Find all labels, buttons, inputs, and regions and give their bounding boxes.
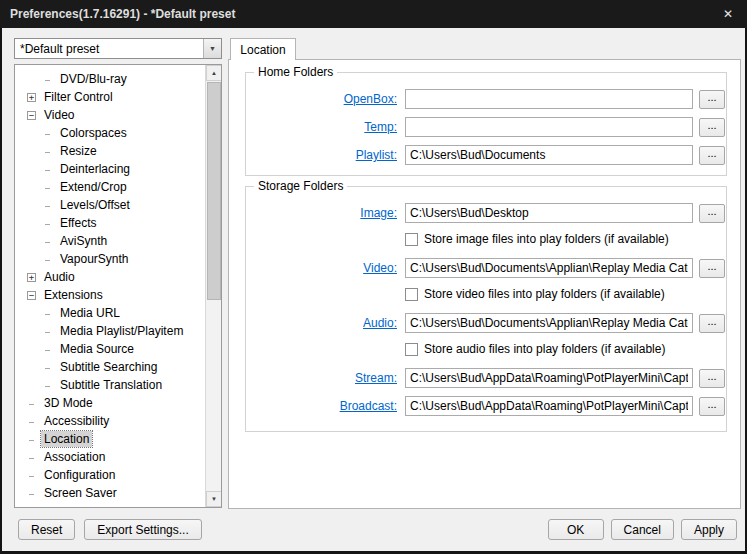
cancel-button[interactable]: Cancel <box>611 519 674 540</box>
folder-label-link[interactable]: Playlist: <box>252 148 397 162</box>
tree-expander-icon[interactable] <box>27 489 36 498</box>
folder-path-input[interactable] <box>405 258 693 278</box>
tree-item[interactable]: AviSynth <box>15 232 205 250</box>
tree-item[interactable]: DVD/Blu-ray <box>15 70 205 88</box>
title-bar[interactable]: Preferences(1.7.16291) - *Default preset… <box>0 0 747 28</box>
tree-expander-icon[interactable] <box>27 417 36 426</box>
close-button[interactable]: ✕ <box>719 6 737 22</box>
folder-path-input[interactable] <box>405 145 693 165</box>
reset-button[interactable]: Reset <box>18 519 75 540</box>
folder-label-link[interactable]: Image: <box>252 206 397 220</box>
folder-label-link[interactable]: Broadcast: <box>252 399 397 413</box>
settings-tree: DVD/Blu-ray + Filter Control − Video Col… <box>14 64 222 508</box>
tree-item[interactable]: Media URL <box>15 304 205 322</box>
browse-button[interactable]: ... <box>699 259 725 278</box>
folder-label-link[interactable]: Temp: <box>252 120 397 134</box>
tree-item[interactable]: Extend/Crop <box>15 178 205 196</box>
tree-item-label: Resize <box>57 143 100 159</box>
folder-path-input[interactable] <box>405 396 693 416</box>
folder-path-input[interactable] <box>405 203 693 223</box>
tree-item[interactable]: Effects <box>15 214 205 232</box>
tree-expander-icon[interactable] <box>43 309 52 318</box>
browse-button[interactable]: ... <box>699 118 725 137</box>
preset-dropdown[interactable]: *Default preset ▼ <box>14 38 222 59</box>
scrollbar-thumb[interactable] <box>207 82 221 300</box>
browse-button[interactable]: ... <box>699 90 725 109</box>
store-checkbox-row[interactable]: Store video files into play folders (if … <box>405 286 726 302</box>
tree-expander-icon[interactable] <box>43 381 52 390</box>
tree-item[interactable]: Configuration <box>15 466 205 484</box>
ok-button[interactable]: OK <box>548 519 604 540</box>
folder-label-link[interactable]: Audio: <box>252 316 397 330</box>
tree-expander-icon[interactable] <box>43 129 52 138</box>
checkbox-label: Store audio files into play folders (if … <box>424 342 665 356</box>
tree-item[interactable]: Deinterlacing <box>15 160 205 178</box>
tree-item[interactable]: + Audio <box>15 268 205 286</box>
tree-expander-icon[interactable]: + <box>27 273 36 282</box>
checkbox-icon[interactable] <box>405 233 418 246</box>
tree-expander-icon[interactable] <box>27 453 36 462</box>
tree-item[interactable]: Media Playlist/Playitem <box>15 322 205 340</box>
store-checkbox-row[interactable]: Store image files into play folders (if … <box>405 231 726 247</box>
folder-label-link[interactable]: Video: <box>252 261 397 275</box>
tree-expander-icon[interactable] <box>43 219 52 228</box>
checkbox-icon[interactable] <box>405 288 418 301</box>
tree-expander-icon[interactable] <box>43 75 52 84</box>
tree-expander-icon[interactable]: − <box>27 111 36 120</box>
tree-item[interactable]: Subtitle Translation <box>15 376 205 394</box>
tree-item[interactable]: Screen Saver <box>15 484 205 502</box>
tree-expander-icon[interactable] <box>43 345 52 354</box>
browse-button[interactable]: ... <box>699 204 725 223</box>
tree-item[interactable]: Association <box>15 448 205 466</box>
folder-label-link[interactable]: Stream: <box>252 371 397 385</box>
tree-expander-icon[interactable]: − <box>27 291 36 300</box>
tree-expander-icon[interactable] <box>43 183 52 192</box>
scroll-up-button[interactable]: ▲ <box>206 65 222 81</box>
tree-item[interactable]: Subtitle Searching <box>15 358 205 376</box>
browse-button[interactable]: ... <box>699 369 725 388</box>
tree-item[interactable]: Resize <box>15 142 205 160</box>
tree-expander-icon[interactable] <box>43 255 52 264</box>
tab-location[interactable]: Location <box>230 38 296 60</box>
tree-item[interactable]: − Video <box>15 106 205 124</box>
tree-item-label: Filter Control <box>41 89 116 105</box>
tree-expander-icon[interactable] <box>43 201 52 210</box>
tree-expander-icon[interactable] <box>43 237 52 246</box>
tree-item[interactable]: 3D Mode <box>15 394 205 412</box>
folder-path-input[interactable] <box>405 89 693 109</box>
tree-scrollbar[interactable]: ▲ ▼ <box>205 65 221 507</box>
apply-button[interactable]: Apply <box>681 519 737 540</box>
folder-path-input[interactable] <box>405 368 693 388</box>
tree-expander-icon[interactable] <box>43 147 52 156</box>
tree-item[interactable]: VapourSynth <box>15 250 205 268</box>
export-settings-button[interactable]: Export Settings... <box>84 519 201 540</box>
tree-item[interactable]: + Filter Control <box>15 88 205 106</box>
store-checkbox-row[interactable]: Store audio files into play folders (if … <box>405 341 726 357</box>
browse-button[interactable]: ... <box>699 397 725 416</box>
scroll-down-button[interactable]: ▼ <box>206 491 222 507</box>
chevron-down-icon[interactable]: ▼ <box>203 39 221 58</box>
tree-item-label: 3D Mode <box>41 395 96 411</box>
tree-expander-icon[interactable] <box>27 471 36 480</box>
tree-item[interactable]: − Extensions <box>15 286 205 304</box>
tree-item[interactable]: Location <box>15 430 205 448</box>
folder-path-input[interactable] <box>405 313 693 333</box>
tree-expander-icon[interactable] <box>43 165 52 174</box>
tree-expander-icon[interactable] <box>43 327 52 336</box>
browse-button[interactable]: ... <box>699 314 725 333</box>
tree-item[interactable]: Accessibility <box>15 412 205 430</box>
folder-path-input[interactable] <box>405 117 693 137</box>
tree-item[interactable]: Colorspaces <box>15 124 205 142</box>
tree-expander-icon[interactable] <box>27 399 36 408</box>
checkbox-icon[interactable] <box>405 343 418 356</box>
tree-expander-icon[interactable]: + <box>27 93 36 102</box>
tree-item[interactable]: Media Source <box>15 340 205 358</box>
preset-value: *Default preset <box>15 42 203 56</box>
tree-expander-icon[interactable] <box>43 363 52 372</box>
tree-item-label: Accessibility <box>41 413 112 429</box>
tree-item[interactable]: Levels/Offset <box>15 196 205 214</box>
folder-row: Stream: ... <box>252 368 726 388</box>
tree-expander-icon[interactable] <box>27 435 36 444</box>
browse-button[interactable]: ... <box>699 146 725 165</box>
folder-label-link[interactable]: OpenBox: <box>252 92 397 106</box>
